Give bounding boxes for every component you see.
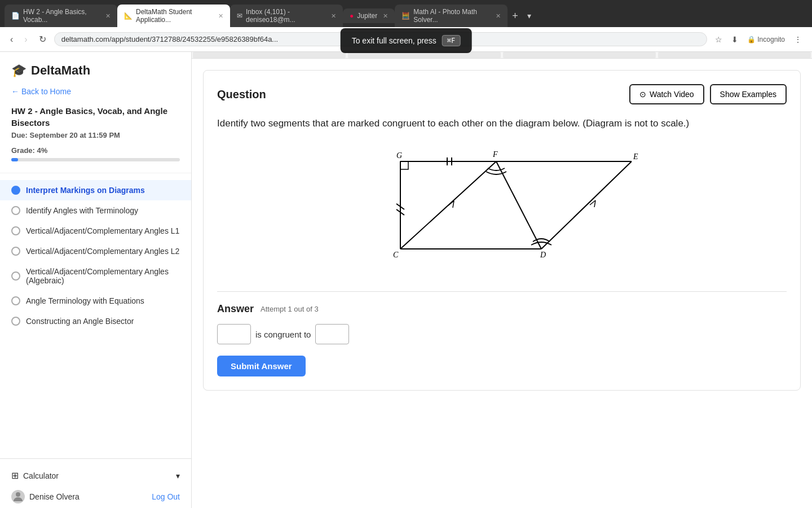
back-link-text: Back to Home [21, 87, 71, 96]
svg-line-6 [496, 161, 541, 249]
svg-point-0 [16, 492, 20, 497]
incognito-label: 🔒 Incognito [744, 33, 788, 46]
fullscreen-message: To exit full screen, press [352, 36, 436, 45]
tab-hw2[interactable]: 📄 HW 2 - Angle Basics, Vocab... ✕ [5, 5, 117, 27]
show-examples-label: Show Examples [720, 90, 776, 99]
label-D: D [540, 251, 546, 259]
tab-close-jupiter[interactable]: ✕ [383, 12, 388, 20]
diagram-container: G F E C D [217, 144, 787, 274]
reload-button[interactable]: ↻ [36, 32, 50, 47]
logo-text: DeltaMath [31, 63, 90, 78]
tab-label-jupiter: Jupiter [357, 12, 377, 20]
watch-video-button[interactable]: ⊙ Watch Video [629, 84, 704, 104]
label-G: G [396, 151, 402, 160]
label-E: E [633, 152, 638, 161]
answer-header: Answer Attempt 1 out of 3 [217, 303, 787, 315]
attempt-label: Attempt 1 out of 3 [261, 305, 319, 313]
due-date-value: September 20 at 11:59 PM [30, 131, 120, 139]
tab-favicon-mathai: 🧮 [401, 12, 410, 20]
sidebar-item-angle-terminology[interactable]: Angle Terminology with Equations [0, 291, 191, 311]
user-info: Denise Olvera [11, 490, 80, 503]
sidebar-item-vertical-algebraic[interactable]: Vertical/Adjacent/Complementary Angles (… [0, 261, 191, 291]
answer-section: Answer Attempt 1 out of 3 is congruent t… [217, 291, 787, 376]
back-arrow-icon: ← [11, 87, 19, 96]
radio-vertical-l1 [11, 226, 20, 235]
fullscreen-kbd: ⌘F [442, 35, 460, 46]
tab-deltamath[interactable]: 📐 DeltaMath Student Applicatio... ✕ [117, 5, 230, 27]
watch-video-label: Watch Video [650, 90, 694, 99]
forward-button[interactable]: › [21, 32, 30, 47]
logout-link[interactable]: Log Out [152, 492, 180, 501]
assignment-title: HW 2 - Angle Basics, Vocab, and Angle Bi… [11, 105, 180, 129]
tab-jupiter[interactable]: ● Jupiter ✕ [343, 8, 395, 23]
sidebar-item-vertical-l2[interactable]: Vertical/Adjacent/Complementary Angles L… [0, 241, 191, 261]
tab-label-deltamath: DeltaMath Student Applicatio... [136, 8, 213, 24]
question-label: Question [217, 88, 266, 101]
radio-angle-terminology [11, 296, 20, 305]
fullscreen-toast: To exit full screen, press ⌘F [341, 28, 472, 53]
due-prefix: Due: [11, 131, 28, 139]
question-card: Question ⊙ Watch Video Show Examples Ide… [203, 70, 801, 391]
back-to-home-link[interactable]: ← Back to Home [11, 87, 180, 96]
grade-value: 4% [37, 146, 48, 155]
sidebar-item-constructing-bisector[interactable]: Constructing an Angle Bisector [0, 311, 191, 331]
sidebar-item-label: Constructing an Angle Bisector [26, 317, 134, 326]
sidebar-nav: Interpret Markings on Diagrams Identify … [0, 173, 191, 458]
grade-label: Grade: 4% [11, 146, 180, 155]
sidebar-item-label: Vertical/Adjacent/Complementary Angles L… [26, 226, 179, 235]
tab-favicon-deltamath: 📐 [124, 12, 133, 20]
scroll-segment-1 [193, 52, 346, 58]
logo: 🎓 DeltaMath [11, 63, 180, 78]
submit-answer-button[interactable]: Submit Answer [217, 356, 306, 376]
answer-label: Answer [217, 303, 254, 315]
radio-interpret-markings [11, 186, 20, 195]
sidebar-item-label: Interpret Markings on Diagrams [26, 186, 145, 195]
show-examples-button[interactable]: Show Examples [710, 84, 787, 104]
sidebar-item-vertical-l1[interactable]: Vertical/Adjacent/Complementary Angles L… [0, 221, 191, 241]
due-date: Due: September 20 at 11:59 PM [11, 131, 180, 139]
calculator-row[interactable]: ⊞ Calculator ▾ [11, 466, 180, 485]
tab-mathai[interactable]: 🧮 Math AI - Photo Math Solver... ✕ [395, 5, 508, 27]
download-button[interactable]: ⬇ [728, 33, 742, 46]
sidebar: 🎓 DeltaMath ← Back to Home HW 2 - Angle … [0, 52, 192, 508]
tab-favicon-gmail: ✉ [237, 12, 242, 20]
bookmark-button[interactable]: ☆ [712, 33, 726, 46]
tab-close-deltamath[interactable]: ✕ [218, 12, 223, 20]
scroll-segment-4 [658, 52, 811, 58]
scroll-indicators [192, 52, 812, 59]
tab-close-hw2[interactable]: ✕ [105, 12, 111, 20]
label-C: C [393, 251, 399, 259]
tab-bar: 📄 HW 2 - Angle Basics, Vocab... ✕ 📐 Delt… [0, 0, 812, 27]
label-F: F [492, 150, 498, 159]
is-congruent-text: is congruent to [255, 330, 311, 339]
sidebar-item-label: Vertical/Adjacent/Complementary Angles L… [26, 247, 179, 256]
tab-overflow-button[interactable]: ▾ [523, 9, 536, 23]
tab-label-mathai: Math AI - Photo Math Solver... [413, 8, 490, 24]
radio-vertical-algebraic [11, 271, 20, 281]
sidebar-item-label: Identify Angles with Terminology [26, 206, 138, 215]
tab-gmail[interactable]: ✉ Inbox (4,101) - deniseo18@m... ✕ [230, 5, 343, 27]
sidebar-item-interpret-markings[interactable]: Interpret Markings on Diagrams [0, 180, 191, 200]
diagram-svg: G F E C D [344, 144, 660, 274]
logo-icon: 🎓 [11, 63, 27, 78]
question-text: Identify two segments that are marked co… [217, 116, 787, 131]
tab-close-mathai[interactable]: ✕ [496, 12, 501, 20]
svg-rect-7 [400, 161, 408, 169]
menu-button[interactable]: ⋮ [791, 33, 805, 46]
first-segment-input[interactable] [217, 324, 251, 344]
app: 🎓 DeltaMath ← Back to Home HW 2 - Angle … [0, 52, 812, 508]
nav-actions: ☆ ⬇ 🔒 Incognito ⋮ [712, 33, 805, 46]
back-button[interactable]: ‹ [7, 32, 16, 47]
progress-bar-fill [11, 158, 18, 161]
tab-close-gmail[interactable]: ✕ [331, 12, 336, 20]
radio-identify-angles [11, 206, 20, 215]
radio-vertical-l2 [11, 247, 20, 256]
calculator-chevron-icon: ▾ [176, 471, 180, 480]
tab-favicon: 📄 [11, 12, 20, 20]
new-tab-button[interactable]: + [508, 8, 523, 24]
play-icon: ⊙ [639, 90, 646, 99]
tab-favicon-jupiter: ● [350, 12, 354, 20]
second-segment-input[interactable] [315, 324, 349, 344]
progress-bar [11, 158, 180, 161]
sidebar-item-identify-angles[interactable]: Identify Angles with Terminology [0, 200, 191, 221]
